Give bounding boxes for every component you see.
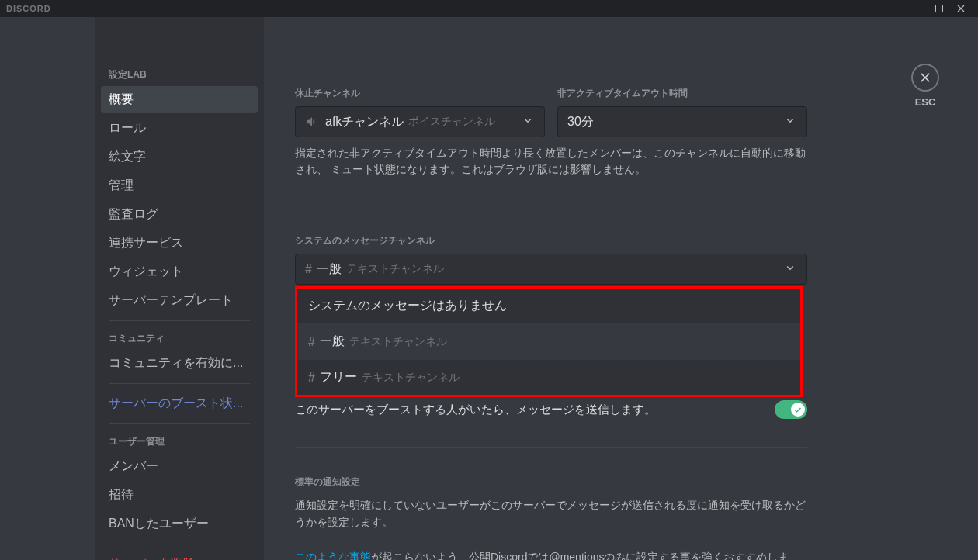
chevron-down-icon bbox=[783, 113, 797, 130]
boost-message-text: このサーバーをブーストする人がいたら、メッセージを送信します。 bbox=[295, 403, 765, 417]
sidebar-separator bbox=[109, 320, 250, 321]
sidebar-item-delete-server[interactable]: サーバーを削除 bbox=[101, 551, 258, 560]
system-channel-sub: テキストチャンネル bbox=[346, 262, 444, 276]
sidebar-item-bans[interactable]: BANしたユーザー bbox=[101, 510, 258, 538]
sidebar-separator bbox=[109, 423, 250, 424]
sidebar-item-invites[interactable]: 招待 bbox=[101, 482, 258, 509]
sidebar-item-template[interactable]: サーバーテンプレート bbox=[101, 287, 258, 314]
sidebar-item-widget[interactable]: ウィジェット bbox=[101, 258, 258, 285]
close-settings-button[interactable]: ESC bbox=[911, 64, 939, 108]
section-divider bbox=[295, 447, 807, 448]
settings-content: ESC 休止チャンネル afkチャンネル ボイスチャンネル 非アクティブタイムア… bbox=[264, 17, 978, 560]
dropdown-option[interactable]: # 一般 テキストチャンネル bbox=[297, 324, 800, 360]
volume-icon bbox=[305, 115, 319, 129]
option-label: フリー bbox=[320, 369, 357, 385]
boost-message-toggle[interactable] bbox=[775, 400, 807, 419]
option-sub: テキストチャンネル bbox=[349, 335, 447, 349]
notification-body: 通知設定を明確にしていないユーザーがこのサーバーでメッセージが送信される度に通知… bbox=[295, 496, 807, 560]
chevron-down-icon bbox=[783, 261, 797, 278]
option-sub: テキストチャンネル bbox=[362, 371, 460, 385]
hash-icon: # bbox=[305, 262, 312, 276]
afk-help-text: 指定された非アクティブタイムアウト時間より長く放置したメンバーは、このチャンネル… bbox=[295, 145, 807, 178]
afk-timeout-select[interactable]: 30分 bbox=[557, 106, 807, 137]
system-channel-select[interactable]: # 一般 テキストチャンネル bbox=[295, 254, 807, 285]
sidebar-category: ユーザー管理 bbox=[101, 430, 258, 453]
app-logo: DISCORD bbox=[6, 4, 51, 13]
close-label: ESC bbox=[915, 96, 936, 108]
system-channel-dropdown: システムのメッセージはありません # 一般 テキストチャンネル # フリー テキ… bbox=[295, 286, 803, 397]
dropdown-option-none[interactable]: システムのメッセージはありません bbox=[297, 289, 800, 324]
afk-channel-value: afkチャンネル bbox=[325, 114, 404, 130]
sidebar-separator bbox=[109, 383, 250, 384]
notification-link[interactable]: このような事態 bbox=[295, 551, 371, 560]
section-divider bbox=[295, 206, 807, 206]
sidebar-category: 設定LAB bbox=[101, 64, 258, 86]
sidebar-item-members[interactable]: メンバー bbox=[101, 453, 258, 480]
sidebar-item-boost[interactable]: サーバーのブースト状... bbox=[101, 390, 258, 417]
window-maximize-button[interactable] bbox=[928, 0, 950, 17]
sidebar-item-community[interactable]: コミュニティを有効に... bbox=[101, 350, 258, 377]
sidebar-item-audit-log[interactable]: 監査ログ bbox=[101, 201, 258, 228]
afk-timeout-label: 非アクティブタイムアウト時間 bbox=[557, 87, 807, 100]
titlebar: DISCORD bbox=[0, 0, 978, 17]
option-label: システムのメッセージはありません bbox=[308, 298, 507, 314]
hash-icon: # bbox=[308, 371, 315, 385]
svg-rect-0 bbox=[914, 9, 921, 9]
check-icon bbox=[793, 404, 803, 418]
system-channel-value: 一般 bbox=[317, 261, 342, 278]
window-close-button[interactable] bbox=[950, 0, 972, 17]
sidebar-item-overview[interactable]: 概要 bbox=[101, 86, 258, 113]
afk-channel-sub: ボイスチャンネル bbox=[408, 115, 495, 129]
close-icon bbox=[911, 64, 939, 92]
sidebar-item-roles[interactable]: ロール bbox=[101, 115, 258, 142]
svg-rect-1 bbox=[936, 5, 943, 12]
sidebar-separator bbox=[109, 544, 250, 544]
afk-timeout-value: 30分 bbox=[567, 114, 594, 130]
sidebar-item-moderation[interactable]: 管理 bbox=[101, 172, 258, 199]
afk-channel-select[interactable]: afkチャンネル ボイスチャンネル bbox=[295, 106, 545, 137]
system-channel-label: システムのメッセージチャンネル bbox=[295, 234, 807, 247]
sidebar-item-emoji[interactable]: 絵文字 bbox=[101, 143, 258, 171]
option-label: 一般 bbox=[320, 334, 345, 350]
hash-icon: # bbox=[308, 335, 315, 349]
gutter bbox=[0, 17, 95, 560]
afk-channel-label: 休止チャンネル bbox=[295, 87, 545, 100]
settings-sidebar: 設定LAB 概要 ロール 絵文字 管理 監査ログ 連携サービス ウィジェット サ… bbox=[95, 17, 264, 560]
sidebar-category: コミュニティ bbox=[101, 327, 258, 350]
sidebar-item-integrations[interactable]: 連携サービス bbox=[101, 230, 258, 257]
notification-title: 標準の通知設定 bbox=[295, 475, 807, 489]
dropdown-option[interactable]: # フリー テキストチャンネル bbox=[297, 360, 800, 395]
window-minimize-button[interactable] bbox=[907, 0, 928, 17]
chevron-down-icon bbox=[521, 113, 535, 130]
